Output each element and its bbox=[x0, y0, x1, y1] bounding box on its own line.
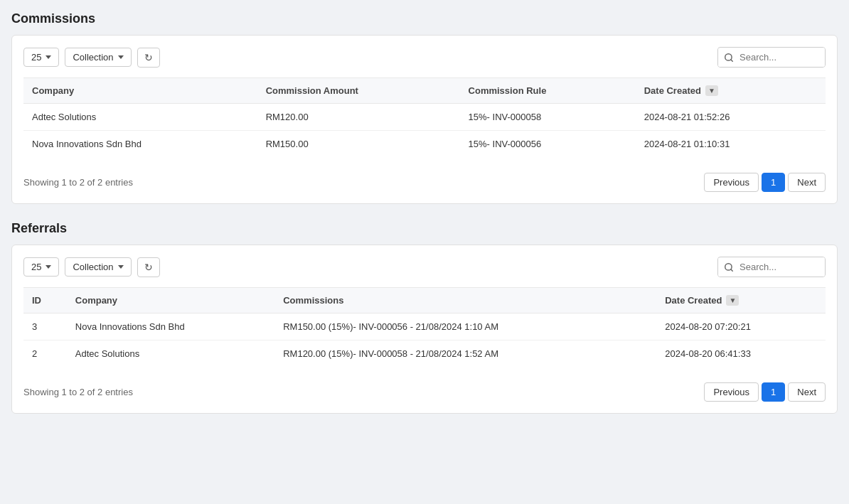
commissions-showing-text: Showing 1 to 2 of 2 entries bbox=[23, 177, 133, 188]
commissions-toolbar: 25 Collection ↻ bbox=[23, 47, 826, 68]
commissions-table: Company Commission Amount Commission Rul… bbox=[23, 77, 826, 157]
referrals-search-input[interactable] bbox=[739, 257, 825, 277]
commissions-title: Commissions bbox=[11, 11, 838, 26]
referrals-search-wrapper bbox=[717, 257, 826, 277]
company-cell: Nova Innovations Sdn Bhd bbox=[23, 131, 257, 158]
amount-cell: RM150.00 bbox=[257, 131, 460, 158]
commissions-pagination: Previous 1 Next bbox=[704, 173, 826, 192]
commissions-section: Commissions 25 Collection ↻ bbox=[11, 11, 838, 204]
referrals-per-page-chevron-icon bbox=[46, 265, 51, 269]
date-cell: 2024-08-21 01:52:26 bbox=[636, 104, 826, 131]
date-cell: 2024-08-20 06:41:33 bbox=[656, 341, 826, 368]
commissions-previous-button[interactable]: Previous bbox=[704, 173, 759, 192]
commissions-search-wrapper bbox=[717, 47, 826, 68]
commissions-col-company: Company bbox=[23, 78, 257, 104]
referrals-col-id: ID bbox=[23, 288, 67, 313]
referrals-toolbar-left: 25 Collection ↻ bbox=[23, 257, 160, 277]
commissions-col-date[interactable]: Date Created ▼ bbox=[636, 78, 826, 104]
id-cell: 3 bbox=[23, 313, 67, 341]
referrals-collection-chevron-icon bbox=[118, 265, 124, 269]
commissions-page-1-button[interactable]: 1 bbox=[762, 173, 785, 192]
table-row: Nova Innovations Sdn Bhd RM150.00 15%- I… bbox=[23, 131, 826, 158]
date-sort-icon: ▼ bbox=[705, 85, 718, 96]
search-icon bbox=[724, 262, 734, 272]
company-cell: Nova Innovations Sdn Bhd bbox=[67, 313, 274, 341]
referrals-previous-button[interactable]: Previous bbox=[704, 382, 759, 402]
referrals-collection-select[interactable]: Collection bbox=[65, 257, 131, 277]
amount-cell: RM120.00 bbox=[257, 104, 460, 131]
referrals-showing-text: Showing 1 to 2 of 2 entries bbox=[23, 387, 133, 397]
company-cell: Adtec Solutions bbox=[67, 341, 274, 368]
commissions-refresh-button[interactable]: ↻ bbox=[137, 48, 160, 68]
referrals-title: Referrals bbox=[11, 221, 838, 236]
referrals-col-date[interactable]: Date Created ▼ bbox=[656, 288, 826, 313]
commissions-card: 25 Collection ↻ bbox=[11, 35, 838, 204]
referrals-table: ID Company Commissions Date Created ▼ 3 … bbox=[23, 287, 826, 367]
commissions-search-input[interactable] bbox=[739, 48, 825, 67]
referrals-toolbar: 25 Collection ↻ bbox=[23, 257, 826, 277]
referrals-table-header-row: ID Company Commissions Date Created ▼ bbox=[23, 288, 826, 313]
search-icon bbox=[724, 53, 734, 63]
referrals-next-button[interactable]: Next bbox=[788, 382, 826, 402]
commissions-cell: RM150.00 (15%)- INV-000056 - 21/08/2024 … bbox=[274, 313, 656, 341]
commissions-toolbar-left: 25 Collection ↻ bbox=[23, 48, 160, 68]
rule-cell: 15%- INV-000056 bbox=[460, 131, 636, 158]
referrals-per-page-select[interactable]: 25 bbox=[23, 257, 59, 277]
referrals-refresh-button[interactable]: ↻ bbox=[137, 257, 160, 277]
referrals-col-company: Company bbox=[67, 288, 274, 313]
commissions-cell: RM120.00 (15%)- INV-000058 - 21/08/2024 … bbox=[274, 341, 656, 368]
referrals-col-commissions: Commissions bbox=[274, 288, 656, 313]
table-row: Adtec Solutions RM120.00 15%- INV-000058… bbox=[23, 104, 826, 131]
referrals-pagination-row: Showing 1 to 2 of 2 entries Previous 1 N… bbox=[23, 377, 826, 402]
company-cell: Adtec Solutions bbox=[23, 104, 257, 131]
per-page-chevron-icon bbox=[46, 55, 51, 59]
commissions-table-header-row: Company Commission Amount Commission Rul… bbox=[23, 78, 826, 104]
referrals-page-1-button[interactable]: 1 bbox=[762, 382, 785, 402]
table-row: 2 Adtec Solutions RM120.00 (15%)- INV-00… bbox=[23, 341, 826, 368]
referrals-search-icon-button[interactable] bbox=[718, 258, 739, 277]
commissions-col-rule: Commission Rule bbox=[460, 78, 636, 104]
referrals-section: Referrals 25 Collection ↻ bbox=[11, 221, 838, 414]
referrals-date-sort-icon: ▼ bbox=[726, 295, 739, 306]
date-cell: 2024-08-20 07:20:21 bbox=[656, 313, 826, 341]
svg-line-3 bbox=[731, 269, 733, 271]
commissions-pagination-row: Showing 1 to 2 of 2 entries Previous 1 N… bbox=[23, 167, 826, 192]
referrals-card: 25 Collection ↻ bbox=[11, 245, 838, 414]
table-row: 3 Nova Innovations Sdn Bhd RM150.00 (15%… bbox=[23, 313, 826, 341]
date-cell: 2024-08-21 01:10:31 bbox=[636, 131, 826, 158]
id-cell: 2 bbox=[23, 341, 67, 368]
referrals-pagination: Previous 1 Next bbox=[704, 382, 826, 402]
commissions-col-amount: Commission Amount bbox=[257, 78, 460, 104]
commissions-search-icon-button[interactable] bbox=[718, 48, 739, 67]
svg-line-1 bbox=[731, 59, 733, 61]
commissions-collection-select[interactable]: Collection bbox=[65, 48, 131, 67]
collection-chevron-icon bbox=[118, 55, 124, 59]
commissions-next-button[interactable]: Next bbox=[788, 173, 826, 192]
commissions-per-page-select[interactable]: 25 bbox=[23, 48, 59, 67]
rule-cell: 15%- INV-000058 bbox=[460, 104, 636, 131]
